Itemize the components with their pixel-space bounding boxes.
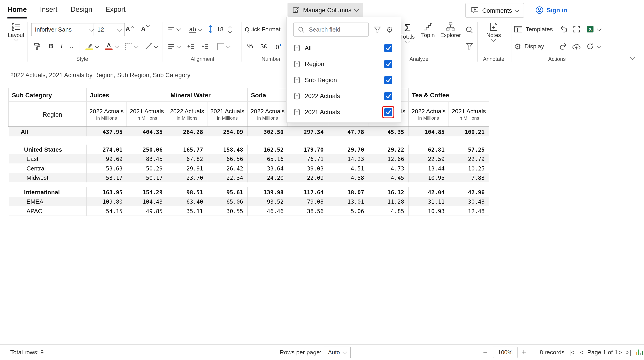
value-cell[interactable]: 46.46 xyxy=(248,206,288,216)
bold-button[interactable]: B xyxy=(46,40,56,52)
search-field-box[interactable] xyxy=(293,23,369,37)
next-page-icon[interactable]: > xyxy=(618,349,622,356)
measure-header[interactable]: 2021 Actualsin Millions xyxy=(127,102,167,127)
comments-button[interactable]: Comments xyxy=(465,3,524,18)
value-cell[interactable]: 5.06 xyxy=(328,206,368,216)
value-cell[interactable]: 57.25 xyxy=(449,144,489,154)
value-cell[interactable]: 139.98 xyxy=(248,187,288,197)
value-cell[interactable]: 39.03 xyxy=(288,164,328,173)
collapse-ribbon-button[interactable] xyxy=(628,53,638,62)
field-checkbox[interactable] xyxy=(382,58,394,70)
row-label[interactable]: All xyxy=(8,127,86,136)
value-cell[interactable]: 4.45 xyxy=(368,173,408,182)
value-cell[interactable]: 26.42 xyxy=(207,164,248,173)
filter-data-button[interactable] xyxy=(463,41,476,52)
value-cell[interactable]: 162.52 xyxy=(248,144,288,154)
undo-button[interactable] xyxy=(558,23,569,35)
value-cell[interactable]: 179.70 xyxy=(288,144,328,154)
refresh-dropdown[interactable] xyxy=(596,40,602,52)
templates-button[interactable]: Templates xyxy=(514,23,557,35)
field-item[interactable]: 2021 Actuals xyxy=(287,104,401,120)
top-n-button[interactable]: Top n xyxy=(418,22,438,38)
value-cell[interactable]: 10.93 xyxy=(408,206,448,216)
filter-icon[interactable] xyxy=(374,26,381,33)
value-cell[interactable]: 7.83 xyxy=(449,173,489,182)
value-cell[interactable]: 163.95 xyxy=(86,187,127,197)
diagonal-border-button[interactable] xyxy=(142,40,160,52)
prev-page-icon[interactable]: < xyxy=(580,349,584,356)
field-checkbox[interactable] xyxy=(382,42,394,54)
zoom-out-button[interactable]: − xyxy=(483,348,488,357)
rows-per-page-select[interactable]: Auto xyxy=(324,346,351,358)
value-cell[interactable]: 13.44 xyxy=(408,164,448,173)
value-cell[interactable]: 117.64 xyxy=(288,187,328,197)
value-cell[interactable]: 165.77 xyxy=(167,144,207,154)
value-cell[interactable]: 50.17 xyxy=(127,173,167,182)
value-cell[interactable]: 264.28 xyxy=(167,127,207,136)
wrap-text-button[interactable]: ab xyxy=(186,23,206,35)
value-cell[interactable]: 11.28 xyxy=(368,197,408,206)
row-label[interactable]: Midwest xyxy=(8,173,86,182)
underline-button[interactable]: U xyxy=(66,40,76,52)
value-cell[interactable]: 45.35 xyxy=(368,127,408,136)
tab-export[interactable]: Export xyxy=(105,0,126,20)
value-cell[interactable]: 100.21 xyxy=(449,127,489,136)
value-cell[interactable]: 63.40 xyxy=(167,197,207,206)
field-checkbox[interactable] xyxy=(382,90,394,102)
value-cell[interactable]: 54.15 xyxy=(86,206,127,216)
tab-design[interactable]: Design xyxy=(70,0,92,20)
italic-button[interactable]: I xyxy=(58,40,66,52)
measure-header[interactable]: 2022 Actualsin Millions xyxy=(86,102,127,127)
value-cell[interactable]: 254.09 xyxy=(207,127,248,136)
value-cell[interactable]: 67.82 xyxy=(167,154,207,164)
vertical-align-button[interactable] xyxy=(166,23,182,35)
value-cell[interactable]: 42.04 xyxy=(408,187,448,197)
font-name-select[interactable]: Inforiver Sans xyxy=(31,23,97,36)
corner-header[interactable]: Sub Category xyxy=(8,88,86,102)
value-cell[interactable]: 33.64 xyxy=(248,164,288,173)
value-cell[interactable]: 24.20 xyxy=(248,173,288,182)
value-cell[interactable]: 29.70 xyxy=(328,144,368,154)
row-label[interactable]: East xyxy=(8,154,86,164)
manage-columns-button[interactable]: Manage Columns xyxy=(288,3,363,17)
display-button[interactable]: ⚙ Display xyxy=(514,40,557,52)
increase-decimal-button[interactable]: .0+ xyxy=(272,40,284,52)
value-cell[interactable]: 31.11 xyxy=(408,197,448,206)
font-size-select[interactable]: 12 xyxy=(94,23,125,36)
value-cell[interactable]: 250.06 xyxy=(127,144,167,154)
export-excel-dropdown[interactable] xyxy=(596,23,602,35)
value-cell[interactable]: 23.70 xyxy=(167,173,207,182)
row-label[interactable]: Central xyxy=(8,164,86,173)
value-cell[interactable]: 38.56 xyxy=(288,206,328,216)
row-height-value[interactable]: 18 xyxy=(215,23,225,35)
value-cell[interactable]: 53.63 xyxy=(86,164,127,173)
value-cell[interactable]: 18.07 xyxy=(328,187,368,197)
row-label[interactable]: United States xyxy=(8,144,86,154)
value-cell[interactable]: 49.85 xyxy=(127,206,167,216)
horizontal-align-button[interactable] xyxy=(166,40,182,52)
value-cell[interactable]: 10.95 xyxy=(408,173,448,182)
value-cell[interactable]: 53.17 xyxy=(86,173,127,182)
refresh-button[interactable] xyxy=(585,40,596,52)
explorer-button[interactable]: Explorer xyxy=(438,22,463,38)
value-cell[interactable]: 158.48 xyxy=(207,144,248,154)
value-cell[interactable]: 4.85 xyxy=(368,206,408,216)
search-data-button[interactable] xyxy=(463,25,476,36)
value-cell[interactable]: 4.51 xyxy=(328,164,368,173)
value-cell[interactable]: 99.69 xyxy=(86,154,127,164)
fill-color-button[interactable] xyxy=(83,40,101,52)
notes-button[interactable]: Notes xyxy=(483,22,504,41)
column-group-header[interactable]: Tea & Coffee xyxy=(408,88,489,102)
column-group-header[interactable]: Mineral Water xyxy=(167,88,248,102)
tab-insert[interactable]: Insert xyxy=(40,0,58,20)
zoom-in-button[interactable]: + xyxy=(522,348,526,357)
value-cell[interactable]: 30.48 xyxy=(449,197,489,206)
currency-format-button[interactable]: $€ xyxy=(257,40,270,52)
value-cell[interactable]: 12.48 xyxy=(449,206,489,216)
row-label[interactable]: International xyxy=(8,187,86,197)
value-cell[interactable]: 16.12 xyxy=(368,187,408,197)
value-cell[interactable]: 42.96 xyxy=(449,187,489,197)
borders-button[interactable] xyxy=(122,40,140,52)
value-cell[interactable]: 66.56 xyxy=(207,154,248,164)
column-group-header[interactable]: Juices xyxy=(86,88,167,102)
